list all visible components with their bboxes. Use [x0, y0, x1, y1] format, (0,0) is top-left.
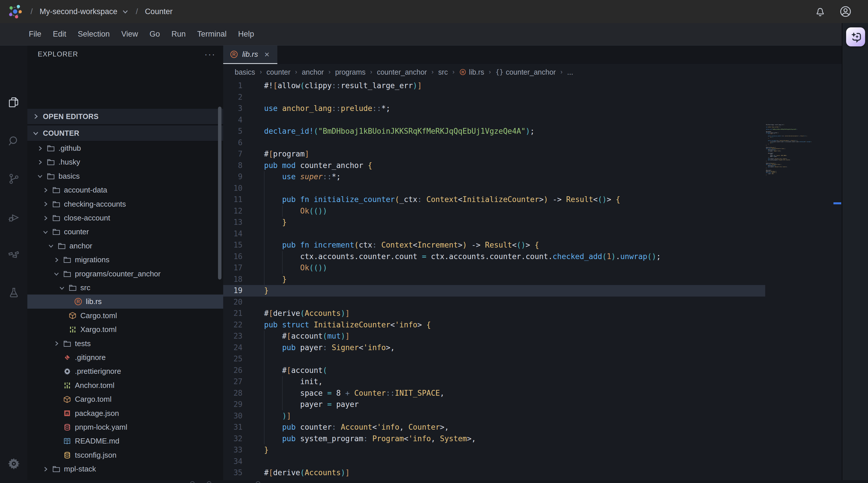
code-line-24[interactable]: pub payer: Signer<'info>, — [264, 342, 395, 353]
breadcrumb-item-src[interactable]: src — [438, 68, 448, 76]
chevron-right-icon[interactable] — [42, 186, 52, 194]
status-bar[interactable] — [0, 480, 868, 483]
breadcrumb-item-basics[interactable]: basics — [235, 68, 255, 76]
tree-item-src[interactable]: src — [27, 281, 223, 295]
menu-help[interactable]: Help — [238, 30, 254, 38]
code-line-15[interactable]: pub fn increment(ctx: Context<Increment>… — [264, 239, 539, 251]
search-icon[interactable] — [0, 130, 27, 152]
chevron-down-icon[interactable] — [53, 270, 63, 278]
code-line-28[interactable]: space = 8 + Counter::INIT_SPACE, — [264, 388, 444, 399]
more-actions-icon[interactable]: ··· — [205, 53, 216, 56]
tree-item-basics[interactable]: basics — [27, 169, 223, 183]
ai-assistant-button[interactable] — [846, 27, 865, 47]
tree-item-account-data[interactable]: account-data — [27, 183, 223, 197]
code-line-7[interactable]: #[program] — [264, 148, 309, 160]
code-line-33[interactable]: } — [264, 445, 269, 456]
blocks-icon[interactable] — [0, 244, 27, 266]
minimap[interactable]: #![allow(clippy::result_large_err)]use a… — [766, 124, 833, 470]
tree-item-package.json[interactable]: package.json — [27, 406, 223, 421]
run-debug-icon[interactable] — [0, 206, 27, 229]
tree-item-close-account[interactable]: close-account — [27, 211, 223, 225]
code-line-29[interactable]: payer = payer — [264, 399, 359, 410]
code-line-19[interactable]: } — [264, 285, 269, 296]
notifications-bell-icon[interactable] — [814, 6, 826, 17]
code-line-26[interactable]: #[account( — [264, 365, 327, 376]
tree-item-tsconfig.json[interactable]: tsconfig.json — [27, 448, 223, 462]
code-line-27[interactable]: init, — [264, 376, 323, 388]
chevron-right-icon[interactable] — [53, 256, 63, 264]
section-counter-root[interactable]: COUNTER — [27, 125, 223, 141]
tree-item-anchor.toml[interactable]: Anchor.toml — [27, 378, 223, 393]
tab-lib-rs[interactable]: R lib.rs × — [223, 46, 277, 64]
code-line-12[interactable]: Ok(()) — [264, 205, 327, 217]
menu-go[interactable]: Go — [150, 30, 160, 38]
chevron-down-icon[interactable] — [37, 172, 46, 180]
code-line-8[interactable]: pub mod counter_anchor { — [264, 160, 372, 171]
tree-item-readme.md[interactable]: README.md — [27, 434, 223, 448]
breadcrumb-item-programs[interactable]: programs — [335, 68, 366, 76]
code-line-35[interactable]: #[derive(Accounts)] — [264, 467, 350, 479]
code-line-16[interactable]: ctx.accounts.counter.count = ctx.account… — [264, 251, 661, 262]
files-icon[interactable] — [0, 91, 27, 114]
code-line-5[interactable]: declare_id!("BmDHboaj1kBUoinJKKSRqKfMeRK… — [264, 126, 534, 137]
menu-view[interactable]: View — [121, 30, 138, 38]
workspace-selector[interactable]: My-second-workspace — [40, 7, 129, 16]
tab-close-icon[interactable]: × — [265, 50, 270, 59]
tree-item-pnpm-lock.yaml[interactable]: pnpm-lock.yaml — [27, 420, 223, 434]
chevron-down-icon[interactable] — [58, 284, 68, 292]
sidebar-scrollbar[interactable] — [218, 107, 221, 280]
tree-item-.husky[interactable]: .husky — [27, 155, 223, 169]
breadcrumb-item-counter[interactable]: counter — [267, 68, 290, 76]
chevron-right-icon[interactable] — [42, 214, 52, 222]
menu-run[interactable]: Run — [172, 30, 186, 38]
overview-ruler[interactable] — [833, 80, 842, 483]
tree-item-anchor[interactable]: anchor — [27, 239, 223, 253]
tree-item-checking-accounts[interactable]: checking-accounts — [27, 197, 223, 211]
section-open-editors[interactable]: OPEN EDITORS — [27, 108, 223, 124]
tree-item-.gitignore[interactable]: .gitignore — [27, 350, 223, 365]
project-name[interactable]: Counter — [145, 7, 173, 16]
tree-item-tests[interactable]: tests — [27, 337, 223, 351]
tree-item-cargo.toml[interactable]: Cargo.toml — [27, 392, 223, 406]
code-line-21[interactable]: #[derive(Accounts)] — [264, 308, 350, 319]
tree-item-lib.rs[interactable]: Rlib.rs — [27, 294, 223, 309]
tree-item-mpl-stack[interactable]: mpl-stack — [27, 462, 223, 476]
menu-edit[interactable]: Edit — [53, 30, 66, 38]
breadcrumb-item-anchor[interactable]: anchor — [302, 68, 324, 76]
tree-item-.github[interactable]: .github — [27, 141, 223, 155]
chevron-right-icon[interactable] — [42, 200, 52, 208]
chevron-right-icon[interactable] — [37, 158, 46, 166]
code-line-32[interactable]: pub system_program: Program<'info, Syste… — [264, 433, 476, 445]
breadcrumb-item-counter_anchor[interactable]: {}counter_anchor — [495, 68, 556, 76]
tree-item-programs-counter-anchor[interactable]: programs/counter_anchor — [27, 267, 223, 281]
app-logo-icon[interactable] — [7, 3, 24, 20]
menu-file[interactable]: File — [29, 30, 41, 38]
source-control-icon[interactable] — [0, 167, 27, 190]
chevron-right-icon[interactable] — [53, 340, 63, 347]
breadcrumb-item-counter_anchor[interactable]: counter_anchor — [377, 68, 427, 76]
tree-item-cargo.toml[interactable]: Cargo.toml — [27, 309, 223, 323]
code-line-13[interactable]: } — [264, 217, 286, 228]
code-line-22[interactable]: pub struct InitializeCounter<'info> { — [264, 319, 431, 331]
breadcrumb-item-...[interactable]: ... — [567, 68, 573, 76]
settings-gear-icon[interactable] — [0, 452, 27, 475]
code-line-30[interactable]: )] — [264, 410, 291, 422]
chevron-right-icon[interactable] — [42, 465, 52, 473]
tree-item-migrations[interactable]: migrations — [27, 253, 223, 267]
code-line-17[interactable]: Ok(()) — [264, 262, 327, 274]
tree-item-.prettierignore[interactable]: .prettierignore — [27, 364, 223, 378]
beaker-icon[interactable] — [0, 281, 27, 304]
code-line-11[interactable]: pub fn initialize_counter(_ctx: Context<… — [264, 194, 620, 205]
menu-terminal[interactable]: Terminal — [197, 30, 227, 38]
chevron-down-icon[interactable] — [48, 242, 57, 250]
tree-item-counter[interactable]: counter — [27, 225, 223, 239]
chevron-down-icon[interactable] — [42, 228, 52, 236]
breadcrumb-item-lib.rs[interactable]: Rlib.rs — [459, 68, 484, 76]
account-avatar-icon[interactable] — [839, 5, 852, 18]
code-line-23[interactable]: #[account(mut)] — [264, 331, 350, 342]
code-line-9[interactable]: use super::*; — [264, 171, 341, 183]
code-line-31[interactable]: pub counter: Account<'info, Counter>, — [264, 422, 449, 433]
code-region[interactable]: 1234567891011121314151617181920212223242… — [223, 80, 842, 483]
tree-item-xargo.toml[interactable]: Xargo.toml — [27, 322, 223, 337]
chevron-right-icon[interactable] — [37, 144, 46, 152]
